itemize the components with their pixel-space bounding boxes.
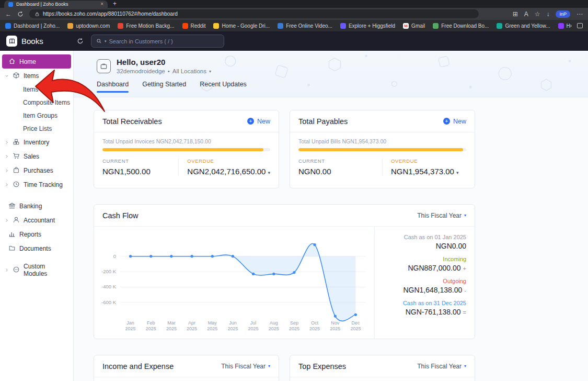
chevron-down-icon[interactable]: ▾ <box>456 170 459 175</box>
svg-text:2025: 2025 <box>269 326 279 331</box>
split-screen-icon[interactable]: ⊞ <box>513 11 518 17</box>
inprivate-badge[interactable]: InP <box>556 10 570 18</box>
receivables-new-button[interactable]: + New <box>247 118 270 125</box>
global-search[interactable]: ▾ <box>91 35 224 48</box>
bookmark-label: Green and Yellow... <box>505 23 550 29</box>
chevron-down-icon[interactable]: ▾ <box>268 170 270 175</box>
documents-icon <box>8 244 16 252</box>
chevron-right-icon <box>4 168 9 173</box>
bookmark-favicon <box>182 23 188 29</box>
bookmarks-bar: Dashboard | Zoho...uptodown.comFree Moti… <box>0 20 588 31</box>
search-scope-caret-icon[interactable]: ▾ <box>105 39 107 43</box>
cashflow-stats: Cash as on 01 Jan 2025NGN0.00IncomingNGN… <box>374 227 475 339</box>
bookmark-gmail[interactable]: MGmail <box>403 23 425 29</box>
sidebar-item-label: Home <box>19 58 36 65</box>
svg-text:2025: 2025 <box>227 326 238 331</box>
books-logo-icon[interactable] <box>6 36 17 47</box>
sidebar-item-banking[interactable]: Banking <box>0 199 73 213</box>
bookmark-dashboard-zoho[interactable]: Dashboard | Zoho... <box>5 23 60 29</box>
chevron-down-icon: ▾ <box>464 364 466 368</box>
bookmark-green-and-yellow[interactable]: Green and Yellow... <box>497 23 550 29</box>
bookmark-free-online-video[interactable]: Free Online Video... <box>278 23 332 29</box>
payables-progress-fill <box>298 148 463 151</box>
bookmark-reddit[interactable]: Reddit <box>182 23 206 29</box>
period-label: This Fiscal Year <box>417 363 462 370</box>
greeting-text: Hello, user20 <box>117 58 211 66</box>
payables-overdue: OVERDUE NGN1,954,373.00▾ <box>382 158 475 176</box>
income-expense-period-select[interactable]: This Fiscal Year ▾ <box>221 363 270 370</box>
cashflow-stat-outgoing: OutgoingNGN1,648,138.00- <box>383 278 466 294</box>
stat-operator: - <box>464 287 466 294</box>
bookmark-uptodown-com[interactable]: uptodown.com <box>67 23 110 29</box>
bookmarks-overflow-icon[interactable]: › <box>570 22 572 29</box>
bookmark-explore-higgsfield[interactable]: Explore + Higgsfield <box>340 23 395 29</box>
chevron-down-icon: ▾ <box>464 213 466 218</box>
other-favorites-icon[interactable] <box>577 23 583 28</box>
back-icon[interactable]: ← <box>5 11 11 17</box>
receivables-summary: Total Unpaid Invoices NGN2,042,718,150.0… <box>94 132 279 144</box>
sidebar-item-inventory[interactable]: Inventory <box>0 135 73 149</box>
payables-summary: Total Unpaid Bills NGN1,954,373.00 <box>290 132 475 144</box>
sidebar-subitem-item-groups[interactable]: Item Groups <box>0 109 73 122</box>
svg-text:2025: 2025 <box>187 326 197 331</box>
new-tab-button[interactable]: + <box>113 0 117 7</box>
sidebar-item-documents[interactable]: Documents <box>0 241 73 255</box>
sidebar-item-home[interactable]: Home <box>2 54 71 69</box>
brand: Books <box>0 36 74 47</box>
bookmark-label: Reddit <box>191 23 206 29</box>
downloads-icon[interactable]: ↓ <box>546 11 549 17</box>
browser-tab-strip: Dashboard | Zoho Books × + <box>0 0 588 8</box>
sidebar-item-items[interactable]: Items <box>0 69 73 83</box>
bookmark-free-download-bo[interactable]: Free Download Bo... <box>433 23 489 29</box>
address-bar[interactable]: https://books.zoho.com/app/880110762#/ho… <box>29 9 479 18</box>
svg-text:-600 K: -600 K <box>101 299 117 305</box>
top-expenses-period-select[interactable]: This Fiscal Year ▾ <box>417 363 466 370</box>
svg-text:Dec: Dec <box>351 320 360 326</box>
bookmark-favicon <box>5 23 11 29</box>
bookmark-favicon <box>67 23 73 29</box>
home-icon <box>8 58 16 65</box>
svg-text:2025: 2025 <box>330 326 340 331</box>
payables-new-button[interactable]: + New <box>443 118 466 125</box>
bookmark-home-google-dri[interactable]: Home - Google Dri... <box>213 23 270 29</box>
separator-dot: • <box>168 68 170 74</box>
reload-icon[interactable] <box>17 11 24 17</box>
stat-label: Cash as on 31 Dec 2025 <box>383 300 466 306</box>
read-aloud-icon[interactable]: A <box>524 11 528 17</box>
tab-recent-updates[interactable]: Recent Updates <box>200 81 247 93</box>
more-options-icon[interactable]: ⋯ <box>577 11 583 17</box>
sidebar-item-custom-modules[interactable]: Custom Modules <box>0 263 73 277</box>
sidebar-item-time-tracking[interactable]: Time Tracking <box>0 177 73 192</box>
location-selector[interactable]: All Locations <box>172 68 206 74</box>
tab-getting-started[interactable]: Getting Started <box>142 81 186 93</box>
plus-icon: + <box>443 118 450 125</box>
org-name: 32demodroidedge <box>117 68 165 74</box>
chevron-down-icon[interactable]: ▾ <box>209 69 211 74</box>
url-text: https://books.zoho.com/app/880110762#/ho… <box>43 11 178 17</box>
sidebar-item-accountant[interactable]: Accountant <box>0 213 73 227</box>
sidebar-item-purchases[interactable]: Purchases <box>0 163 73 177</box>
sidebar-item-sales[interactable]: Sales <box>0 149 73 163</box>
income-expense-card: Income and Expense This Fiscal Year ▾ <box>94 355 279 381</box>
sidebar-subitem-items[interactable]: Items <box>0 83 73 96</box>
cashflow-period-select[interactable]: This Fiscal Year ▾ <box>417 212 466 219</box>
dashboard-content: Total Receivables + New Total Unpaid Inv… <box>74 97 588 381</box>
greeting-row: Hello, user20 32demodroidedge • All Loca… <box>74 51 588 74</box>
sidebar-item-label: Purchases <box>24 167 53 174</box>
app-refresh-icon[interactable] <box>77 38 84 44</box>
sidebar: HomeItemsItemsComposite ItemsItem Groups… <box>0 51 74 381</box>
tab-close-icon[interactable]: × <box>100 2 103 7</box>
sidebar-subitem-composite-items[interactable]: Composite Items <box>0 96 73 109</box>
search-input[interactable] <box>109 38 219 44</box>
browser-tab[interactable]: Dashboard | Zoho Books × <box>4 1 108 8</box>
sidebar-item-reports[interactable]: Reports <box>0 227 73 241</box>
bookmark-favicon <box>213 23 219 29</box>
current-value: NGN1,500.00 <box>102 167 170 176</box>
bookmark-free-motion-backg[interactable]: Free Motion Backg... <box>118 23 174 29</box>
bookmark-home-canva[interactable]: Home - Canva <box>558 23 570 29</box>
items-icon <box>13 72 20 80</box>
svg-text:Jul: Jul <box>250 320 257 326</box>
favorites-star-icon[interactable]: ☆ <box>535 11 540 17</box>
tab-dashboard[interactable]: Dashboard <box>97 81 129 93</box>
sidebar-subitem-price-lists[interactable]: Price Lists <box>0 122 73 135</box>
